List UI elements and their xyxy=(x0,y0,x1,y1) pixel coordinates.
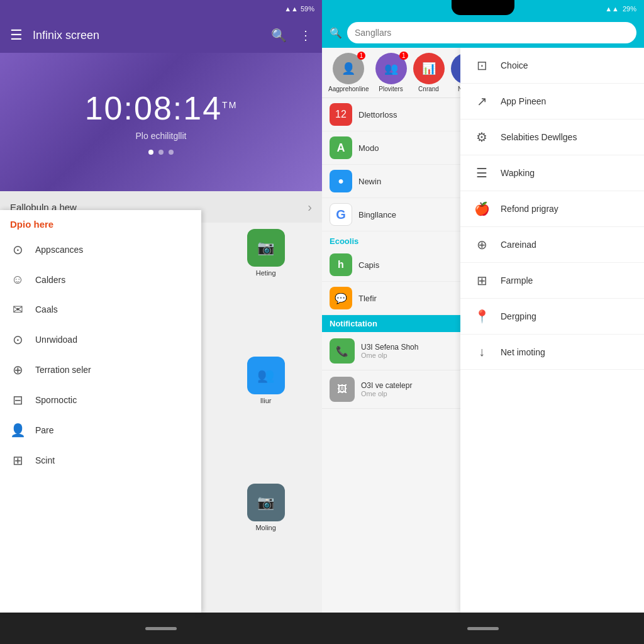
drawer-item-appscances[interactable]: ⊙ Appscances xyxy=(0,235,201,265)
dlettorloss-icon: 12 xyxy=(330,103,352,126)
notif-title-1: U3I Sefena Shoh xyxy=(361,343,418,352)
drawer-item-calders[interactable]: ☺ Calders xyxy=(0,265,201,294)
scint-icon: ⊞ xyxy=(10,453,25,468)
time-display: 10:08:14TM xyxy=(85,89,238,127)
cm-selabities[interactable]: ⚙ Selabities Dewllges xyxy=(460,119,644,155)
phone-right: ▲▲ 29% 🔍 👤1 Aagprehonline 👥1 Ploviters 📊 xyxy=(322,0,644,644)
careinad-icon: ⊕ xyxy=(473,237,491,252)
recent-avatar-1[interactable]: 👤1 xyxy=(333,53,364,84)
recent-avatar-3[interactable]: 📊 xyxy=(413,53,445,84)
app-list-item-bingllance[interactable]: G Bingllance xyxy=(322,198,460,231)
drawer-item-scint[interactable]: ⊞ Scint xyxy=(0,445,201,475)
time-value: 10:08:14 xyxy=(85,90,222,126)
page-dots xyxy=(148,150,174,155)
drawer-overlay: Dpio here ⊙ Appscances ☺ Calders ✉ Caals… xyxy=(0,210,201,613)
bottom-bar-left xyxy=(0,613,322,644)
search-bar-right: 🔍 xyxy=(322,18,644,48)
home-pill-right[interactable] xyxy=(467,627,499,630)
app-list-item-modo[interactable]: A Modo xyxy=(322,131,460,165)
bingllance-icon: G xyxy=(330,203,352,226)
cm-dergping[interactable]: 📍 Dergping xyxy=(460,299,644,335)
recent-avatar-4[interactable]: ✓ xyxy=(451,53,461,84)
app-grid-item[interactable]: 📷Moling xyxy=(216,484,316,606)
farmple-label: Farmple xyxy=(501,275,533,286)
dot-1[interactable] xyxy=(148,150,153,155)
modo-icon: A xyxy=(330,136,352,159)
cm-app-pineen[interactable]: ↗ App Pineen xyxy=(460,84,644,119)
app-list-panel: 👤1 Aagprehonline 👥1 Ploviters 📊 Cnrand ✓… xyxy=(322,48,460,613)
cm-farmple[interactable]: ⊞ Farmple xyxy=(460,263,644,299)
capis-icon: h xyxy=(330,253,352,276)
notif-item-2[interactable]: 🖼 O3I ve catelepr Ome olp xyxy=(322,370,460,409)
notif-item-1[interactable]: 📞 U3I Sefena Shoh Ome olp xyxy=(322,332,460,370)
drawer-item-pare[interactable]: 👤 Pare xyxy=(0,415,201,445)
choice-icon: ⊡ xyxy=(473,58,491,73)
cm-wapking[interactable]: ☰ Wapking xyxy=(460,155,644,191)
dlettorloss-name: Dlettorloss xyxy=(358,110,397,119)
notif-title-2: O3I ve catelepr xyxy=(361,381,412,390)
status-bar-left: ▲▲ 59% xyxy=(0,0,322,18)
bottom-bar-right xyxy=(322,613,644,644)
recent-label-2: Ploviters xyxy=(379,86,402,92)
selabities-icon: ⚙ xyxy=(473,130,491,145)
dergping-icon: 📍 xyxy=(473,309,491,324)
menu-icon[interactable]: ☰ xyxy=(10,27,23,43)
net-imoting-label: Net imoting xyxy=(501,347,545,357)
notif-avatar-2: 🖼 xyxy=(330,377,355,402)
spornoctic-icon: ⊟ xyxy=(10,392,25,408)
farmple-icon: ⊞ xyxy=(473,273,491,288)
modo-name: Modo xyxy=(358,143,379,153)
more-icon[interactable]: ⋮ xyxy=(299,28,312,43)
search-input[interactable] xyxy=(347,22,636,43)
context-menu-panel: ⊡ Choice ↗ App Pineen ⚙ Selabities Dewll… xyxy=(460,48,644,613)
calders-label: Calders xyxy=(35,275,65,285)
terration-label: Terration seler xyxy=(35,365,91,375)
drawer-item-terration[interactable]: ⊕ Terration seler xyxy=(0,355,201,385)
cm-choice[interactable]: ⊡ Choice xyxy=(460,48,644,84)
calders-icon: ☺ xyxy=(10,272,25,287)
notif-sub-2: Ome olp xyxy=(361,390,412,397)
drawer-item-caals[interactable]: ✉ Caals xyxy=(0,294,201,325)
refond-label: Refond prigray xyxy=(501,204,558,214)
recent-label-3: Cnrand xyxy=(418,86,439,92)
refond-icon: 🍎 xyxy=(473,201,491,216)
cm-careinad[interactable]: ⊕ Careinad xyxy=(460,227,644,263)
dot-3[interactable] xyxy=(169,150,174,155)
cm-net-imoting[interactable]: ↓ Net imoting xyxy=(460,335,644,370)
ecoolis-header: Ecoolis xyxy=(322,231,460,248)
dot-2[interactable] xyxy=(158,150,164,155)
wapking-icon: ☰ xyxy=(473,165,491,180)
notif-avatar-1: 📞 xyxy=(330,338,355,364)
app-grid-item[interactable]: 📷Heting xyxy=(216,229,316,352)
unrwidoad-label: Unrwidoad xyxy=(35,335,77,345)
app-list-item-newin[interactable]: ● Newin xyxy=(322,165,460,198)
home-pill[interactable] xyxy=(145,627,177,630)
tlefir-icon: 💬 xyxy=(330,287,352,309)
scint-label: Scint xyxy=(35,455,55,465)
signal-icon: ▲▲ xyxy=(284,5,298,13)
app-list-item-capis[interactable]: h Capis xyxy=(322,248,460,282)
newin-icon: ● xyxy=(330,170,352,192)
app-grid-item[interactable]: 👥Iliur xyxy=(216,357,316,479)
pare-icon: 👤 xyxy=(10,423,25,438)
appscances-label: Appscances xyxy=(35,245,83,255)
drawer-item-spornoctic[interactable]: ⊟ Spornoctic xyxy=(0,385,201,415)
caals-label: Caals xyxy=(35,304,58,314)
terration-icon: ⊕ xyxy=(10,362,25,377)
caals-icon: ✉ xyxy=(10,302,25,317)
choice-label: Choice xyxy=(501,60,528,70)
pare-label: Pare xyxy=(35,425,54,435)
recent-avatar-2[interactable]: 👥1 xyxy=(375,53,407,84)
wapking-label: Wapking xyxy=(501,168,535,178)
right-signal-icon: ▲▲ xyxy=(605,5,619,13)
net-imoting-icon: ↓ xyxy=(473,345,491,359)
app-list-item-tlefir[interactable]: 💬 Tlefir xyxy=(322,282,460,315)
app-list-item-dlettorloss[interactable]: 12 Dlettorloss xyxy=(322,98,460,131)
app-pineen-icon: ↗ xyxy=(473,94,491,109)
search-icon[interactable]: 🔍 xyxy=(271,28,287,43)
drawer-item-unrwidoad[interactable]: ⊙ Unrwidoad xyxy=(0,325,201,355)
capis-name: Capis xyxy=(358,260,379,270)
search-bar-icon: 🔍 xyxy=(330,27,342,39)
battery-icon: 59% xyxy=(301,5,314,13)
cm-refond[interactable]: 🍎 Refond prigray xyxy=(460,191,644,227)
